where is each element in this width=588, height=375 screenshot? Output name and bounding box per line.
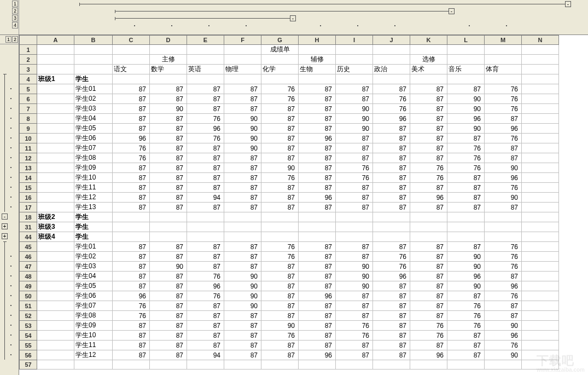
cell[interactable]: [373, 360, 410, 370]
cell[interactable]: 87: [261, 153, 299, 163]
cell[interactable]: 英语: [187, 65, 224, 74]
cell[interactable]: 87: [113, 203, 150, 212]
column-header[interactable]: G: [261, 36, 299, 45]
cell[interactable]: 学生03: [74, 104, 113, 114]
row-header[interactable]: 18: [20, 212, 37, 222]
cell[interactable]: 96: [410, 350, 447, 360]
col-outline-collapse[interactable]: -: [290, 15, 296, 21]
cell[interactable]: [187, 360, 224, 370]
cell[interactable]: [522, 84, 559, 94]
cell[interactable]: [187, 222, 224, 232]
cell[interactable]: 87: [410, 183, 447, 193]
row-header[interactable]: 14: [20, 173, 37, 183]
cell[interactable]: 学生04: [74, 272, 113, 281]
cell[interactable]: [37, 311, 74, 321]
cell[interactable]: 76: [485, 104, 522, 114]
cell[interactable]: 76: [485, 183, 522, 193]
cell[interactable]: 76: [485, 84, 522, 94]
cell[interactable]: 87: [187, 203, 224, 212]
cell[interactable]: 76: [410, 321, 447, 331]
cell[interactable]: 96: [485, 173, 522, 183]
row-header[interactable]: 13: [20, 163, 37, 173]
cell[interactable]: 87: [224, 153, 261, 163]
cell[interactable]: 90: [336, 272, 373, 281]
cell[interactable]: [522, 291, 559, 301]
cell[interactable]: [447, 55, 485, 65]
row-level-1[interactable]: 1: [5, 36, 11, 43]
cell[interactable]: 班级1: [37, 74, 74, 84]
cell[interactable]: 76: [447, 143, 485, 153]
cell[interactable]: 87: [299, 272, 336, 281]
cell[interactable]: 学生: [74, 74, 113, 84]
cell[interactable]: 87: [261, 291, 299, 301]
cell[interactable]: 87: [261, 193, 299, 203]
cell[interactable]: 87: [187, 331, 224, 341]
cell[interactable]: 87: [187, 84, 224, 94]
cell[interactable]: [522, 242, 559, 252]
cell[interactable]: 76: [336, 163, 373, 173]
cell[interactable]: [485, 232, 522, 242]
cell[interactable]: 87: [113, 104, 150, 114]
cell[interactable]: [522, 252, 559, 262]
row-header[interactable]: 9: [20, 124, 37, 134]
cell[interactable]: 76: [261, 173, 299, 183]
cell[interactable]: 76: [447, 311, 485, 321]
cell[interactable]: [522, 74, 559, 84]
cell[interactable]: 87: [187, 262, 224, 272]
cell[interactable]: 76: [485, 94, 522, 104]
cell[interactable]: 76: [447, 163, 485, 173]
cell[interactable]: 76: [261, 252, 299, 262]
cell[interactable]: 76: [485, 262, 522, 272]
cell[interactable]: 90: [485, 163, 522, 173]
cell[interactable]: 87: [485, 143, 522, 153]
cell[interactable]: 87: [113, 341, 150, 350]
col-level-2[interactable]: 2: [12, 8, 18, 14]
cell[interactable]: [336, 360, 373, 370]
cell[interactable]: 87: [113, 242, 150, 252]
cell[interactable]: 87: [373, 84, 410, 94]
cell[interactable]: 87: [336, 291, 373, 301]
cell[interactable]: 87: [373, 350, 410, 360]
cell[interactable]: 87: [261, 262, 299, 272]
cell[interactable]: [522, 281, 559, 291]
cell[interactable]: 87: [187, 104, 224, 114]
cell[interactable]: 87: [150, 281, 187, 291]
cell[interactable]: 学生08: [74, 311, 113, 321]
cell[interactable]: [522, 212, 559, 222]
cell[interactable]: 学生04: [74, 114, 113, 124]
cell[interactable]: 87: [447, 242, 485, 252]
cell[interactable]: [522, 124, 559, 134]
cell[interactable]: 87: [373, 153, 410, 163]
cell[interactable]: 87: [261, 143, 299, 153]
cell[interactable]: 90: [447, 94, 485, 104]
cell[interactable]: 76: [187, 272, 224, 281]
column-header[interactable]: F: [224, 36, 261, 45]
cell[interactable]: 体育: [485, 65, 522, 74]
cell[interactable]: 87: [336, 311, 373, 321]
cell[interactable]: 87: [113, 114, 150, 124]
cell[interactable]: [261, 222, 299, 232]
cell[interactable]: 87: [485, 114, 522, 124]
cell[interactable]: 87: [299, 203, 336, 212]
row-header[interactable]: 11: [20, 143, 37, 153]
cell[interactable]: 87: [299, 94, 336, 104]
cell[interactable]: [522, 222, 559, 232]
cell[interactable]: 96: [447, 272, 485, 281]
cell[interactable]: [37, 262, 74, 272]
cell[interactable]: [522, 163, 559, 173]
cell[interactable]: [447, 222, 485, 232]
cell[interactable]: [261, 212, 299, 222]
cell[interactable]: [224, 222, 261, 232]
cell[interactable]: 数学: [150, 65, 187, 74]
cell[interactable]: 87: [299, 262, 336, 272]
cell[interactable]: 87: [299, 153, 336, 163]
cell[interactable]: 87: [150, 134, 187, 143]
cell[interactable]: 学生01: [74, 242, 113, 252]
cell[interactable]: 76: [113, 301, 150, 311]
cell[interactable]: 96: [485, 124, 522, 134]
cell[interactable]: 87: [299, 143, 336, 153]
cell[interactable]: 87: [373, 331, 410, 341]
cell[interactable]: 87: [410, 114, 447, 124]
cell[interactable]: 87: [113, 252, 150, 262]
cell[interactable]: [299, 232, 336, 242]
